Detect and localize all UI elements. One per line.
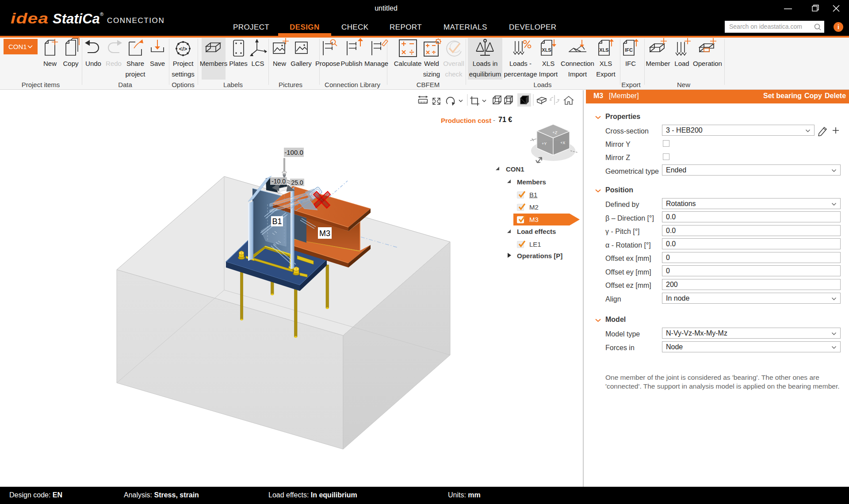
svg-text:IFC: IFC: [625, 60, 636, 67]
svg-text:Project: Project: [173, 60, 194, 67]
svg-text:equilibrium: equilibrium: [469, 70, 501, 78]
svg-text:Pictures: Pictures: [279, 81, 302, 88]
svg-text:Export: Export: [596, 70, 616, 78]
svg-text:XLS: XLS: [542, 60, 555, 67]
svg-text:settings: settings: [172, 70, 195, 78]
svg-text:+Y: +Y: [542, 141, 547, 146]
svg-text:</>: </>: [179, 46, 187, 52]
svg-text:Calculate: Calculate: [394, 60, 422, 67]
svg-text:Loads in: Loads in: [473, 60, 498, 67]
svg-text:Labels: Labels: [223, 81, 243, 88]
svg-text:-10.0: -10.0: [272, 178, 286, 185]
svg-text:Loads -: Loads -: [509, 60, 532, 67]
svg-text:New: New: [273, 60, 286, 67]
svg-text:percentage: percentage: [504, 70, 537, 78]
svg-text:IFC: IFC: [625, 47, 633, 53]
svg-text:XLS: XLS: [542, 47, 551, 53]
svg-text:Members: Members: [200, 60, 228, 67]
svg-text:XLS: XLS: [599, 47, 608, 53]
svg-text:Connection: Connection: [561, 60, 594, 67]
svg-text:Propose: Propose: [315, 60, 340, 67]
svg-text:Options: Options: [172, 81, 195, 88]
svg-text:Project items: Project items: [22, 81, 60, 88]
svg-text:Data: Data: [118, 81, 132, 88]
svg-text:LCS: LCS: [251, 60, 264, 67]
svg-text:Connection Library: Connection Library: [325, 81, 380, 88]
svg-text:Redo: Redo: [106, 60, 122, 67]
svg-text:Manage: Manage: [364, 60, 388, 67]
svg-text:New: New: [677, 81, 690, 88]
svg-text:Share: Share: [126, 60, 144, 67]
svg-text:Copy: Copy: [63, 60, 79, 67]
svg-text:+Z: +Z: [552, 130, 558, 135]
svg-text:check: check: [445, 70, 463, 78]
svg-text:Export: Export: [621, 81, 641, 88]
svg-text:Weld: Weld: [424, 60, 439, 67]
svg-text:Member: Member: [646, 60, 670, 67]
svg-text:XLS: XLS: [600, 60, 612, 67]
svg-text:CON1: CON1: [8, 43, 27, 50]
svg-text:B1: B1: [272, 217, 282, 226]
svg-text:25.0: 25.0: [291, 179, 303, 186]
svg-text:Import: Import: [568, 70, 587, 78]
svg-text:Undo: Undo: [85, 60, 101, 67]
svg-text:Overall: Overall: [443, 60, 464, 67]
svg-text:Gallery: Gallery: [291, 60, 312, 67]
svg-text:Loads: Loads: [534, 81, 552, 88]
svg-text:Plates: Plates: [229, 60, 248, 67]
svg-text:project: project: [125, 70, 145, 78]
svg-text:-100.0: -100.0: [284, 149, 303, 156]
svg-text:Import: Import: [539, 70, 558, 78]
svg-text:Publish: Publish: [340, 60, 362, 67]
svg-text:Load: Load: [674, 60, 689, 67]
svg-text:sizing: sizing: [423, 70, 440, 78]
svg-text:+X: +X: [560, 141, 565, 145]
svg-text:New: New: [43, 60, 57, 67]
svg-text:Save: Save: [150, 60, 165, 67]
svg-text:Operation: Operation: [693, 60, 722, 67]
svg-text:i: i: [838, 23, 839, 31]
svg-text:CBFEM: CBFEM: [417, 81, 440, 88]
svg-text:M3: M3: [319, 229, 330, 238]
